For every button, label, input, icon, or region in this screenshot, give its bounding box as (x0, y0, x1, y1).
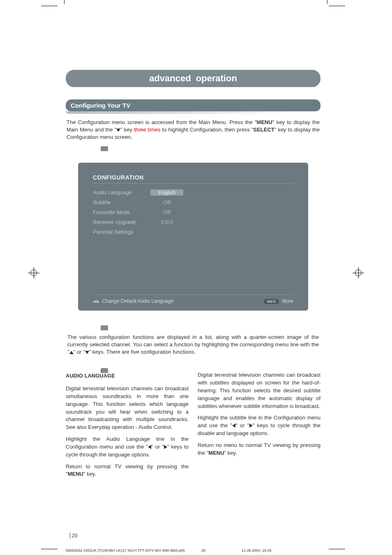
page-content: advanced operation Configuring Your TV T… (66, 8, 321, 526)
page-number-value: 20 (72, 533, 77, 539)
osd-title: CONFIGURATION (93, 174, 293, 181)
footer-filename: 50052932-1552UK (TOSHIBA UK)17 INCH TFT-… (66, 548, 185, 553)
column-left: AUDIO LANGUAGE Digital terrestrial telev… (66, 371, 189, 482)
osd-value: Off (150, 209, 183, 215)
col-paragraph: Digital terrestrial television channels … (66, 385, 189, 431)
footer-datetime: 11.05.2004, 15:29 (242, 548, 272, 553)
osd-value: V.0.0 (150, 219, 183, 225)
divider (93, 295, 293, 295)
osd-row-favourite-mode: Favourite Mode Off (93, 207, 293, 217)
intro-paragraph: The Configuration menu screen is accesse… (66, 119, 321, 141)
footer-page: 20 (201, 548, 205, 553)
col-text: " key. (224, 450, 237, 456)
intro-text: The Configuration menu screen is accesse… (67, 119, 257, 125)
audio-language-heading: AUDIO LANGUAGE (66, 372, 189, 380)
arrow-right-icon (164, 445, 167, 449)
col-text: " key. (83, 471, 96, 477)
nav-arrows-icon: ◂⊕▸ (93, 299, 99, 304)
section-header: Configuring Your TV (66, 99, 321, 111)
arrow-left-icon (148, 445, 151, 449)
explain-text: " keys. There are five configuration fun… (89, 349, 196, 355)
divider (93, 183, 293, 184)
osd-hint-right: INFO More (264, 298, 293, 304)
osd-row-parental-settings: Parental Settings (93, 227, 293, 237)
explain-text: " or " (74, 349, 85, 355)
osd-label: Favourite Mode (93, 209, 150, 215)
osd-hint-text: Change Default Audio Language (102, 298, 173, 304)
intro-red-text: three times (134, 127, 161, 133)
menu-key-label: MENU (208, 450, 224, 456)
col-text: " or " (151, 444, 164, 450)
arrow-right-icon (249, 424, 253, 428)
osd-hint-text: More (282, 298, 293, 304)
intro-text: " key (120, 127, 134, 133)
col-paragraph: Return no menu to normal TV viewing by p… (198, 442, 321, 457)
chapter-header: advanced operation (66, 70, 321, 87)
footer-metadata: 50052932-1552UK (TOSHIBA UK)17 INCH TFT-… (66, 548, 359, 553)
col-paragraph: Highlight the Audio Language line in the… (66, 435, 189, 459)
crop-mark (41, 6, 58, 6)
tab-notch-icon (101, 146, 108, 151)
configuration-menu: CONFIGURATION Audio Language English Sub… (78, 163, 308, 311)
arrow-down-icon (85, 351, 89, 354)
crop-mark (327, 0, 327, 4)
header-word-1: advanced (149, 73, 191, 84)
info-badge-icon: INFO (264, 299, 279, 304)
arrow-down-icon (116, 129, 120, 132)
tab-notch-icon (101, 325, 108, 330)
two-column-section: AUDIO LANGUAGE Digital terrestrial telev… (66, 371, 321, 482)
osd-footer: ◂⊕▸ Change Default Audio Language INFO M… (93, 295, 293, 304)
osd-value: English (150, 189, 183, 196)
osd-hint-left: ◂⊕▸ Change Default Audio Language (93, 298, 173, 304)
osd-label: Parental Settings (93, 229, 150, 235)
page-number-bar (70, 533, 70, 539)
menu-key-label: MENU (257, 119, 272, 125)
section-title: Configuring Your TV (71, 102, 130, 109)
select-key-label: SELECT (253, 127, 274, 133)
osd-label: Audio Language (93, 189, 150, 196)
osd-row-receiver-upgrade: Receiver Upgrade V.0.0 (93, 217, 293, 227)
col-text: " or " (235, 422, 249, 428)
osd-screenshot: CONFIGURATION Audio Language English Sub… (66, 150, 321, 319)
osd-row-subtitle: Subtitle Off (93, 198, 293, 207)
registration-mark-icon (353, 267, 364, 279)
osd-value: Off (150, 199, 183, 205)
tab-notch-icon (101, 368, 108, 373)
col-paragraph: Digital terrestrial television channels … (198, 371, 321, 410)
explain-box: The various configuration functions are … (66, 329, 321, 361)
header-word-2: operation (196, 73, 237, 84)
page-number: 20 (70, 533, 77, 539)
crop-mark (64, 0, 65, 4)
osd-row-audio-language: Audio Language English (93, 188, 293, 198)
col-paragraph: Highlight the subtitle line in the Confi… (198, 414, 321, 438)
col-paragraph: Return to normal TV viewing by pressing … (66, 463, 189, 479)
osd-label: Subtitle (93, 199, 150, 205)
explain-paragraph: The various configuration functions are … (67, 334, 319, 356)
intro-text: to highlight Configuration, then press " (161, 127, 254, 133)
crop-mark (329, 6, 345, 6)
registration-mark-icon (28, 267, 39, 279)
crop-mark (41, 549, 58, 549)
osd-label: Receiver Upgrade (93, 219, 150, 225)
arrow-up-icon (69, 351, 74, 354)
column-right: Digital terrestrial television channels … (198, 371, 321, 482)
menu-key-label: MENU (68, 471, 83, 477)
